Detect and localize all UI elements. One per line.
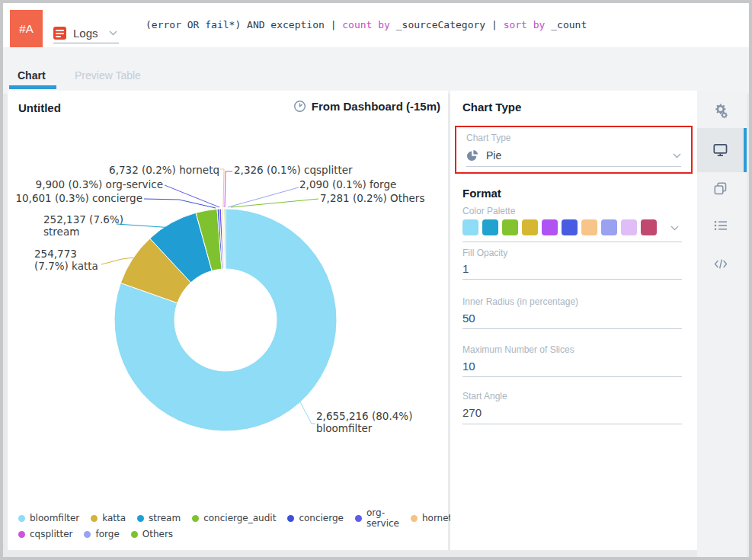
chart-type-select[interactable]: Pie xyxy=(466,147,681,164)
query-segment: count by xyxy=(342,19,390,30)
color-palette-select[interactable] xyxy=(462,219,657,235)
pie-chart-icon xyxy=(466,149,478,162)
tab-preview-table[interactable]: Preview Table xyxy=(75,69,141,82)
legend-settings-button[interactable] xyxy=(697,209,744,242)
donut-slices xyxy=(114,209,337,431)
chart-panel: Untitled From Dashboard (-15m) 6,7 xyxy=(8,91,448,550)
leader-line-hornetq xyxy=(220,169,224,207)
top-query-bar: #A Logs (error OR fail*) AND exception |… xyxy=(3,3,749,47)
query-segment: _count xyxy=(545,19,587,30)
tab-bar: Chart Preview Table xyxy=(3,47,749,94)
pie-chart xyxy=(8,91,448,550)
code-view-button[interactable] xyxy=(697,247,744,280)
legend-label: org-service xyxy=(366,507,399,529)
panel-editor-window: #A Logs (error OR fail*) AND exception |… xyxy=(0,0,752,560)
panel-badge: #A xyxy=(10,10,43,47)
legend-label: forge xyxy=(95,529,119,539)
tab-chart[interactable]: Chart xyxy=(18,69,46,82)
field-underline xyxy=(462,424,682,424)
color-palette-label: Color Palette xyxy=(462,206,515,216)
max-slices-input[interactable]: 10 xyxy=(462,360,475,373)
palette-swatch xyxy=(641,219,657,235)
source-type-select[interactable]: Logs xyxy=(53,23,119,43)
palette-swatch xyxy=(621,219,637,235)
inner-radius-input[interactable]: 50 xyxy=(462,312,475,325)
palette-swatch xyxy=(542,219,558,235)
pie-label-org-service: 9,900 (0.3%) org-service xyxy=(36,178,163,190)
chart-legend-row-1: bloomfilterkattastreamconcierge_auditcon… xyxy=(18,507,458,529)
leader-line-katta xyxy=(101,258,133,264)
active-tool-indicator xyxy=(744,128,747,172)
chart-legend-row-2: cqsplitterforgeOthers xyxy=(18,529,173,539)
legend-dot xyxy=(287,515,294,522)
field-underline xyxy=(466,166,681,167)
palette-swatch xyxy=(581,219,597,235)
chart-settings-panel: Chart Type Chart Type Pie Format Color P… xyxy=(450,91,697,550)
chevron-down-icon xyxy=(673,153,681,158)
legend-label: katta xyxy=(102,513,126,523)
pie-label-hornetq: 6,732 (0.2%) hornetq xyxy=(109,164,219,176)
pie-label-forge: 2,090 (0.1%) forge xyxy=(299,178,396,190)
query-input[interactable]: (error OR fail*) AND exception | count b… xyxy=(146,19,709,30)
source-type-label: Logs xyxy=(73,27,98,40)
inner-radius-label: Inner Radius (in percentage) xyxy=(462,296,578,307)
legend-item-forge[interactable]: forge xyxy=(84,529,119,539)
leader-line-concierge xyxy=(144,199,216,208)
palette-swatch xyxy=(502,219,518,235)
legend-item-concierge[interactable]: concierge xyxy=(287,513,344,523)
display-settings-button[interactable] xyxy=(697,133,744,167)
fill-opacity-input[interactable]: 1 xyxy=(462,262,469,275)
gears-icon xyxy=(712,104,729,119)
fill-opacity-label: Fill Opacity xyxy=(462,248,507,258)
chart-type-value: Pie xyxy=(486,149,673,162)
general-settings-button[interactable] xyxy=(697,94,744,128)
logs-icon xyxy=(53,27,66,40)
pie-label-cqsplitter: 2,326 (0.1%) cqsplitter xyxy=(234,164,353,176)
pie-label-katta: 254,773(7.7%) katta xyxy=(34,248,98,272)
query-segment: sort by xyxy=(504,19,546,30)
legend-label: bloomfilter xyxy=(30,513,79,523)
leader-line-stream xyxy=(117,224,173,228)
pie-label-stream: 252,137 (7.6%)stream xyxy=(43,213,123,238)
legend-item-stream[interactable]: stream xyxy=(137,513,181,523)
pie-label-others: 7,281 (0.2%) Others xyxy=(320,192,424,204)
field-underline xyxy=(462,376,682,377)
legend-item-concierge_audit[interactable]: concierge_audit xyxy=(192,513,276,523)
legend-label: Others xyxy=(142,529,173,539)
legend-item-Others[interactable]: Others xyxy=(131,529,173,539)
legend-label: cqsplitter xyxy=(30,529,72,539)
query-segment: (error OR fail*) AND exception | xyxy=(146,19,342,30)
query-segment: _sourceCategory | xyxy=(390,19,504,30)
legend-dot xyxy=(192,515,199,522)
field-underline xyxy=(462,328,682,329)
start-angle-label: Start Angle xyxy=(462,391,507,402)
legend-label: stream xyxy=(149,513,181,523)
field-underline xyxy=(462,279,682,280)
legend-dot xyxy=(355,515,362,522)
palette-swatch xyxy=(601,219,617,235)
legend-dot xyxy=(131,531,138,538)
chevron-down-icon xyxy=(109,30,117,36)
palette-swatch xyxy=(522,219,538,235)
legend-item-org-service[interactable]: org-service xyxy=(355,507,399,529)
legend-dot xyxy=(18,531,25,538)
start-angle-input[interactable]: 270 xyxy=(462,406,482,419)
settings-toolbar xyxy=(697,91,747,560)
legend-dot xyxy=(91,515,98,522)
legend-label: concierge_audit xyxy=(203,513,276,523)
legend-item-cqsplitter[interactable]: cqsplitter xyxy=(18,529,72,539)
legend-item-katta[interactable]: katta xyxy=(91,513,126,523)
format-heading: Format xyxy=(462,187,501,200)
chevron-down-icon xyxy=(670,226,679,231)
pie-label-bloomfilter: 2,655,216 (80.4%)bloomfilter xyxy=(316,410,412,434)
monitor-icon xyxy=(713,143,728,157)
pie-label-concierge: 10,601 (0.3%) concierge xyxy=(15,192,142,204)
legend-dot xyxy=(137,515,144,522)
field-underline xyxy=(462,242,682,242)
chart-type-field-label: Chart Type xyxy=(466,133,510,143)
leader-line-org-service xyxy=(165,185,219,207)
chart-type-heading: Chart Type xyxy=(462,101,521,114)
duplicate-panel-button[interactable] xyxy=(697,171,744,205)
palette-swatch xyxy=(482,219,498,235)
legend-item-bloomfilter[interactable]: bloomfilter xyxy=(18,513,79,523)
